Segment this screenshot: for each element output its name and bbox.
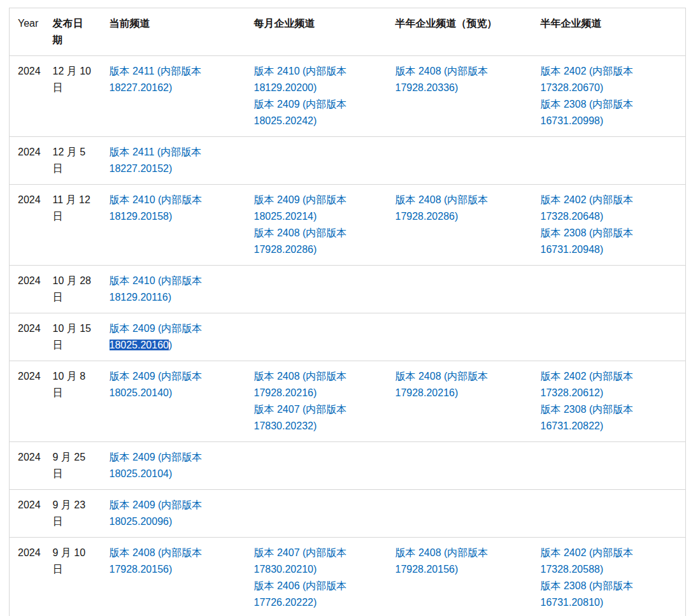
current-channel-cell: 版本 2410 (内部版本18129.20158) — [101, 185, 246, 266]
release-date-cell: 10 月 15日 — [45, 313, 101, 361]
semi-annual-enterprise-channel-preview-cell: 版本 2408 (内部版本17928.20156) — [387, 538, 532, 616]
release-history-table: Year发布日期当前频道每月企业频道半年企业频道（预览）半年企业频道 20241… — [9, 8, 686, 616]
year-cell: 2024 — [10, 56, 45, 137]
column-header-release-date: 发布日期 — [45, 8, 101, 56]
table-row: 202411 月 12日版本 2410 (内部版本18129.20158)版本 … — [10, 185, 686, 266]
semi-annual-enterprise-channel-cell: 版本 2402 (内部版本17328.20648)版本 2308 (内部版本16… — [532, 185, 686, 266]
monthly-enterprise-channel-cell: 版本 2408 (内部版本17928.20216)版本 2407 (内部版本17… — [246, 361, 387, 442]
semi-annual-enterprise-channel-preview-cell — [387, 442, 532, 490]
version-link[interactable]: 版本 2408 (内部版本17928.20286) — [254, 225, 381, 258]
column-header-label: 发布日期 — [53, 15, 84, 48]
table-row: 202412 月 5日版本 2411 (内部版本18227.20152) — [10, 137, 686, 185]
header-row: Year发布日期当前频道每月企业频道半年企业频道（预览）半年企业频道 — [10, 8, 686, 56]
year-cell: 2024 — [10, 442, 45, 490]
version-link[interactable]: 版本 2409 (内部版本18025.20160) — [110, 320, 239, 354]
version-link[interactable]: 版本 2402 (内部版本17328.20588) — [541, 545, 680, 578]
version-link[interactable]: 版本 2409 (内部版本18025.20104) — [110, 449, 239, 482]
version-link[interactable]: 版本 2409 (内部版本18025.20242) — [254, 96, 381, 129]
semi-annual-enterprise-channel-cell — [532, 442, 686, 490]
column-header-label: 半年企业频道（预览） — [395, 15, 497, 32]
table-row: 20249 月 10日版本 2408 (内部版本17928.20156)版本 2… — [10, 538, 686, 616]
column-header-current-channel: 当前频道 — [101, 8, 246, 56]
semi-annual-enterprise-channel-preview-cell — [387, 313, 532, 361]
semi-annual-enterprise-channel-preview-cell: 版本 2408 (内部版本17928.20286) — [387, 185, 532, 266]
version-link[interactable]: 版本 2308 (内部版本16731.20948) — [541, 225, 680, 258]
version-link[interactable]: 版本 2308 (内部版本16731.20998) — [541, 96, 680, 129]
version-link[interactable]: 版本 2408 (内部版本17928.20216) — [395, 368, 526, 401]
table-row: 202410 月 15日版本 2409 (内部版本18025.20160) — [10, 313, 686, 361]
table-row: 202412 月 10日版本 2411 (内部版本18227.20162)版本 … — [10, 56, 686, 137]
version-link[interactable]: 版本 2402 (内部版本17328.20612) — [541, 368, 680, 401]
version-link[interactable]: 版本 2407 (内部版本17830.20232) — [254, 401, 381, 434]
column-header-label: Year — [18, 15, 38, 32]
current-channel-cell: 版本 2409 (内部版本18025.20104) — [101, 442, 246, 490]
year-cell: 2024 — [10, 137, 45, 185]
table-row: 20249 月 25日版本 2409 (内部版本18025.20104) — [10, 442, 686, 490]
semi-annual-enterprise-channel-cell: 版本 2402 (内部版本17328.20612)版本 2308 (内部版本16… — [532, 361, 686, 442]
column-header-monthly-enterprise-channel: 每月企业频道 — [246, 8, 387, 56]
semi-annual-enterprise-channel-cell: 版本 2402 (内部版本17328.20588)版本 2308 (内部版本16… — [532, 538, 686, 616]
table-row: 202410 月 28日版本 2410 (内部版本18129.20116) — [10, 266, 686, 313]
current-channel-cell: 版本 2410 (内部版本18129.20116) — [101, 266, 246, 313]
release-date-cell: 10 月 8日 — [45, 361, 101, 442]
selected-text-highlight: 18025.20160 — [110, 340, 169, 350]
current-channel-cell: 版本 2411 (内部版本18227.20162) — [101, 56, 246, 137]
version-link[interactable]: 版本 2410 (内部版本18129.20116) — [110, 273, 239, 306]
year-cell: 2024 — [10, 266, 45, 313]
version-link[interactable]: 版本 2408 (内部版本17928.20286) — [395, 192, 526, 225]
year-cell: 2024 — [10, 185, 45, 266]
monthly-enterprise-channel-cell — [246, 313, 387, 361]
year-cell: 2024 — [10, 313, 45, 361]
semi-annual-enterprise-channel-cell — [532, 266, 686, 313]
version-link[interactable]: 版本 2407 (内部版本17830.20210) — [254, 545, 381, 578]
version-link[interactable]: 版本 2406 (内部版本17726.20222) — [254, 578, 381, 611]
version-link[interactable]: 版本 2408 (内部版本17928.20156) — [395, 545, 526, 578]
version-link[interactable]: 版本 2408 (内部版本17928.20216) — [254, 368, 381, 401]
release-date-cell: 9 月 10日 — [45, 538, 101, 616]
monthly-enterprise-channel-cell: 版本 2409 (内部版本18025.20214)版本 2408 (内部版本17… — [246, 185, 387, 266]
current-channel-cell: 版本 2408 (内部版本17928.20156) — [101, 538, 246, 616]
semi-annual-enterprise-channel-preview-cell — [387, 266, 532, 313]
semi-annual-enterprise-channel-cell — [532, 490, 686, 538]
page-viewport: Year发布日期当前频道每月企业频道半年企业频道（预览）半年企业频道 20241… — [0, 0, 691, 616]
column-header-semi-annual-enterprise-channel-preview: 半年企业频道（预览） — [387, 8, 532, 56]
version-link[interactable]: 版本 2409 (内部版本18025.20096) — [110, 497, 239, 530]
table-row: 20249 月 23日版本 2409 (内部版本18025.20096) — [10, 490, 686, 538]
semi-annual-enterprise-channel-preview-cell — [387, 137, 532, 185]
monthly-enterprise-channel-cell — [246, 266, 387, 313]
release-date-cell: 10 月 28日 — [45, 266, 101, 313]
version-link[interactable]: 版本 2308 (内部版本16731.20810) — [541, 578, 680, 611]
column-header-label: 当前频道 — [110, 15, 150, 32]
current-channel-cell: 版本 2409 (内部版本18025.20160) — [101, 313, 246, 361]
version-link[interactable]: 版本 2402 (内部版本17328.20670) — [541, 63, 680, 96]
version-link[interactable]: 版本 2411 (内部版本18227.20162) — [110, 63, 239, 96]
version-link[interactable]: 版本 2308 (内部版本16731.20822) — [541, 401, 680, 434]
year-cell: 2024 — [10, 490, 45, 538]
table-row: 202410 月 8日版本 2409 (内部版本18025.20140)版本 2… — [10, 361, 686, 442]
version-link[interactable]: 版本 2409 (内部版本18025.20140) — [110, 368, 239, 401]
release-date-cell: 12 月 10日 — [45, 56, 101, 137]
table-body: 202412 月 10日版本 2411 (内部版本18227.20162)版本 … — [10, 56, 686, 616]
semi-annual-enterprise-channel-cell: 版本 2402 (内部版本17328.20670)版本 2308 (内部版本16… — [532, 56, 686, 137]
semi-annual-enterprise-channel-preview-cell — [387, 490, 532, 538]
current-channel-cell: 版本 2411 (内部版本18227.20152) — [101, 137, 246, 185]
column-header-label: 每月企业频道 — [254, 15, 315, 32]
current-channel-cell: 版本 2409 (内部版本18025.20140) — [101, 361, 246, 442]
year-cell: 2024 — [10, 538, 45, 616]
monthly-enterprise-channel-cell — [246, 442, 387, 490]
column-header-semi-annual-enterprise-channel: 半年企业频道 — [532, 8, 686, 56]
version-link[interactable]: 版本 2402 (内部版本17328.20648) — [541, 192, 680, 225]
year-cell: 2024 — [10, 361, 45, 442]
column-header-year: Year — [10, 8, 45, 56]
monthly-enterprise-channel-cell: 版本 2410 (内部版本18129.20200)版本 2409 (内部版本18… — [246, 56, 387, 137]
semi-annual-enterprise-channel-preview-cell: 版本 2408 (内部版本17928.20336) — [387, 56, 532, 137]
version-link[interactable]: 版本 2411 (内部版本18227.20152) — [110, 144, 239, 177]
version-link[interactable]: 版本 2409 (内部版本18025.20214) — [254, 192, 381, 225]
version-link[interactable]: 版本 2410 (内部版本18129.20200) — [254, 63, 381, 96]
release-date-cell: 9 月 23日 — [45, 490, 101, 538]
semi-annual-enterprise-channel-preview-cell: 版本 2408 (内部版本17928.20216) — [387, 361, 532, 442]
version-link[interactable]: 版本 2408 (内部版本17928.20336) — [395, 63, 526, 96]
version-link[interactable]: 版本 2408 (内部版本17928.20156) — [110, 545, 239, 578]
version-link[interactable]: 版本 2410 (内部版本18129.20158) — [110, 192, 239, 225]
release-date-cell: 11 月 12日 — [45, 185, 101, 266]
